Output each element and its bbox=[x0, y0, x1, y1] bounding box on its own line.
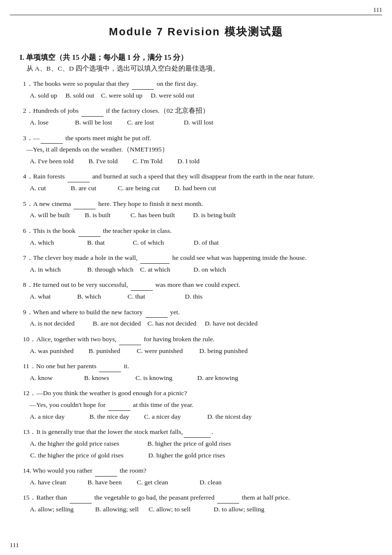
q7-options: A. in which B. through which C. at which… bbox=[20, 264, 372, 276]
q13-text: 13．It is generally true that the lower t… bbox=[20, 426, 372, 438]
question-15: 15．Rather than the vegetable to go bad, … bbox=[20, 492, 372, 515]
q12-options: A. a nice day B. the nice day C. a nicer… bbox=[20, 411, 372, 423]
page-number-top: 111 bbox=[373, 6, 382, 14]
q13-options-ab: A. the higher the gold price raises B. h… bbox=[20, 438, 372, 450]
question-8: 8．He turned out to be very successful, w… bbox=[20, 279, 372, 302]
q4-text: 4．Rain forests and burned at such a spee… bbox=[20, 171, 372, 182]
question-4: 4．Rain forests and burned at such a spee… bbox=[20, 171, 372, 194]
page-number-bottom: 111 bbox=[10, 541, 19, 549]
q9-options: A. is not decided B. are not decided C. … bbox=[20, 318, 372, 329]
q10-text: 10．Alice, together with two boys, for ha… bbox=[20, 333, 372, 345]
q3-options: A. I've been told B. I've told C. I'm To… bbox=[20, 155, 372, 167]
q6-options: A. which B. that C. of which D. of that bbox=[20, 237, 372, 249]
q14-text: 14. Who would you rather the room? bbox=[20, 465, 372, 477]
q10-options: A. was punished B. punished C. were puni… bbox=[20, 345, 372, 357]
q2-options: A. lose B. will be lost C. are lost D. w… bbox=[20, 117, 372, 128]
q15-text: 15．Rather than the vegetable to go bad, … bbox=[20, 492, 372, 504]
q3-text: 3．— the sports meet might be put off. bbox=[20, 132, 372, 144]
q1-text: 1．The books were so popular that they on… bbox=[20, 78, 372, 90]
question-11: 11．No one but her parents it. A. know B.… bbox=[20, 360, 372, 383]
q15-options: A. allow; selling B. allowing; sell C. a… bbox=[20, 504, 372, 515]
q12-text: 12．—Do you think the weather is good eno… bbox=[20, 387, 372, 399]
q14-options: A. have clean B. have been C. get clean … bbox=[20, 477, 372, 488]
page-title: Module 7 Revision 模块测试题 bbox=[20, 25, 372, 39]
section1-sub: 从 A、B、C、D 四个选项中，选出可以填入空白处的最佳选项。 bbox=[20, 64, 372, 73]
question-7: 7．The clever boy made a hole in the wall… bbox=[20, 252, 372, 275]
section1-header: I. 单项填空（共 15 小题；每小题 1 分，满分 15 分） bbox=[20, 53, 372, 62]
question-13: 13．It is generally true that the lower t… bbox=[20, 426, 372, 461]
q11-options: A. know B. knows C. is knowing D. are kn… bbox=[20, 372, 372, 384]
q7-text: 7．The clever boy made a hole in the wall… bbox=[20, 252, 372, 264]
q9-text: 9．When and where to build the new factor… bbox=[20, 306, 372, 318]
question-3: 3．— the sports meet might be put off. —Y… bbox=[20, 132, 372, 167]
q12-text2: —Yes, you couldn't hope for at this time… bbox=[20, 399, 372, 411]
question-6: 6．This is the book the teacher spoke in … bbox=[20, 225, 372, 248]
q5-text: 5．A new cinema here. They hope to finish… bbox=[20, 198, 372, 210]
q4-options: A. cut B. are cut C. are being cut D. ha… bbox=[20, 182, 372, 194]
q1-options: A. sold up B. sold out C. were sold up D… bbox=[20, 90, 372, 101]
q8-text: 8．He turned out to be very successful, w… bbox=[20, 279, 372, 291]
question-2: 2．Hundreds of jobs if the factory closes… bbox=[20, 105, 372, 128]
question-14: 14. Who would you rather the room? A. ha… bbox=[20, 465, 372, 488]
q8-options: A. what B. which C. that D. this bbox=[20, 291, 372, 303]
q6-text: 6．This is the book the teacher spoke in … bbox=[20, 225, 372, 237]
q2-text: 2．Hundreds of jobs if the factory closes… bbox=[20, 105, 372, 117]
question-1: 1．The books were so popular that they on… bbox=[20, 78, 372, 101]
q13-options-cd: C. the higher the price of gold rises D.… bbox=[20, 450, 372, 461]
q5-options: A. will be built B. is built C. has been… bbox=[20, 209, 372, 221]
q3-text2: —Yes, it all depends on the weather.（NME… bbox=[20, 144, 372, 155]
question-12: 12．—Do you think the weather is good eno… bbox=[20, 387, 372, 422]
q11-text: 11．No one but her parents it. bbox=[20, 360, 372, 372]
question-10: 10．Alice, together with two boys, for ha… bbox=[20, 333, 372, 356]
top-border bbox=[10, 15, 382, 15]
question-5: 5．A new cinema here. They hope to finish… bbox=[20, 198, 372, 221]
question-9: 9．When and where to build the new factor… bbox=[20, 306, 372, 329]
